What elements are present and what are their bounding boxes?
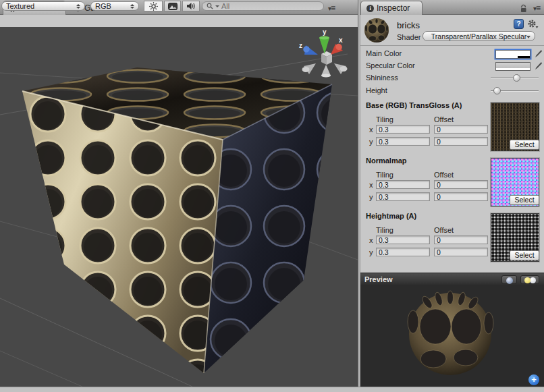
info-icon: i (366, 5, 374, 12)
dropdown-arrows-icon (130, 4, 134, 9)
cube-mesh[interactable] (22, 67, 332, 373)
render-mode-value: Textured (6, 2, 34, 10)
shininess-slider[interactable] (491, 78, 539, 79)
gizmo-x-axis[interactable]: x (331, 36, 344, 55)
specular-color-eyedropper-icon[interactable] (534, 61, 542, 70)
gizmo-y-axis[interactable]: y (319, 28, 329, 54)
gizmo-cube (321, 51, 332, 65)
sphere-icon (506, 277, 513, 284)
gizmo-y-label: y (323, 28, 327, 36)
gizmo-z-label: z (299, 42, 302, 49)
light-on-icon (524, 277, 531, 283)
scene-viewport[interactable]: y x z (0, 27, 358, 387)
normal-offset-y-input[interactable] (434, 192, 488, 201)
specular-color-label: Specular Color (366, 61, 415, 69)
shader-value: Transparent/Parallax Specular (431, 32, 526, 40)
axis-y-label: y (369, 248, 373, 256)
section-title-normalmap: Normalmap (366, 157, 407, 165)
specular-color-alpha-bar (496, 68, 530, 70)
search-filter-arrow-icon[interactable] (215, 5, 219, 7)
channel-mode-value: RGB (95, 2, 111, 10)
height-tiling-y-input[interactable] (376, 248, 430, 256)
height-slider[interactable] (491, 90, 539, 92)
audio-toggle-button[interactable] (182, 1, 200, 11)
orientation-gizmo[interactable]: y x z (299, 28, 348, 78)
height-slider-handle[interactable] (493, 87, 501, 94)
height-offset-y-input[interactable] (434, 248, 488, 256)
chevron-down-icon (526, 36, 531, 38)
normal-offset-x-input[interactable] (434, 180, 488, 189)
normalmap-select-button[interactable]: Select (510, 195, 539, 205)
image-icon (168, 3, 178, 10)
inspector-tabbar: i Inspector ▾≡ (360, 0, 544, 15)
unity-editor-window: Scene Game ▾≡ Textured RGB (0, 0, 544, 392)
gizmo-negative-axes[interactable] (302, 63, 348, 78)
normal-tiling-x-input[interactable] (376, 180, 430, 189)
section-title-heightmap: Heightmap (A) (366, 212, 416, 220)
offset-header: Offset (434, 226, 454, 234)
base-tiling-y-input[interactable] (376, 137, 430, 146)
lighting-toggle-button[interactable] (144, 1, 163, 11)
light-off-icon (530, 277, 536, 283)
preview-lighting-button[interactable] (520, 275, 539, 284)
search-icon (207, 3, 213, 9)
section-title-base: Base (RGB) TransGloss (A) (366, 101, 462, 109)
axis-y-label: y (369, 138, 373, 146)
base-texture-select-button[interactable]: Select (510, 140, 539, 150)
tab-inspector-label: Inspector (377, 3, 410, 13)
base-offset-x-input[interactable] (434, 125, 488, 134)
shader-label: Shader (397, 33, 420, 41)
specular-color-swatch[interactable] (495, 62, 531, 71)
scene-search-field[interactable] (202, 1, 324, 11)
dropdown-arrows-icon (76, 4, 80, 9)
inspector-pane: i Inspector ▾≡ (360, 0, 544, 387)
material-name: bricks (397, 20, 420, 30)
window-bottom-strip (0, 387, 544, 392)
material-ball-icon (363, 17, 390, 44)
lock-icon[interactable] (520, 4, 527, 13)
preview-body[interactable]: + (360, 285, 544, 387)
shininess-label: Shininess (366, 74, 398, 82)
shader-dropdown[interactable]: Transparent/Parallax Specular (423, 31, 535, 41)
heightmap-select-button[interactable]: Select (510, 250, 539, 260)
height-label: Height (366, 86, 387, 94)
preview-title: Preview (364, 275, 393, 283)
render-paths-button[interactable] (164, 1, 181, 11)
sun-icon (149, 2, 158, 11)
search-input[interactable] (221, 2, 309, 10)
tiling-header: Tiling (376, 226, 393, 234)
inspector-pane-menu-icon[interactable]: ▾≡ (533, 3, 540, 13)
axis-x-label: x (369, 125, 373, 134)
height-offset-x-input[interactable] (434, 235, 488, 244)
speaker-icon (186, 2, 196, 10)
axis-x-label: x (369, 181, 373, 189)
gizmo-x-label: x (339, 36, 343, 44)
main-color-label: Main Color (366, 49, 402, 57)
tab-inspector[interactable]: i Inspector (360, 1, 423, 15)
gizmo-z-axis[interactable]: z (299, 42, 318, 55)
scene-pane: Scene Game ▾≡ Textured RGB (0, 0, 358, 387)
offset-header: Offset (434, 171, 454, 179)
help-icon[interactable]: ? (514, 19, 524, 29)
material-header: bricks Shader Transparent/Parallax Specu… (360, 15, 544, 46)
gear-icon[interactable] (527, 19, 539, 29)
main-color-eyedropper-icon[interactable] (534, 49, 542, 58)
scene-pane-menu-icon[interactable]: ▾≡ (328, 3, 335, 13)
offset-header: Offset (434, 115, 454, 123)
height-tiling-x-input[interactable] (376, 235, 430, 244)
main-color-swatch[interactable] (495, 50, 531, 59)
channel-mode-dropdown[interactable]: RGB (90, 1, 139, 11)
base-tiling-x-input[interactable] (376, 125, 430, 134)
base-offset-y-input[interactable] (434, 137, 488, 146)
tiling-header: Tiling (376, 115, 393, 123)
shininess-slider-handle[interactable] (513, 74, 520, 82)
material-preview-sphere (360, 285, 544, 387)
axis-y-label: y (369, 193, 373, 201)
preview-header[interactable]: Preview (360, 273, 544, 285)
add-button[interactable]: + (528, 374, 539, 385)
scene-toolbar: Textured RGB (0, 0, 358, 12)
render-mode-dropdown[interactable]: Textured (1, 1, 85, 11)
tiling-header: Tiling (376, 171, 393, 179)
preview-mesh-button[interactable] (501, 275, 517, 284)
normal-tiling-y-input[interactable] (376, 192, 430, 201)
